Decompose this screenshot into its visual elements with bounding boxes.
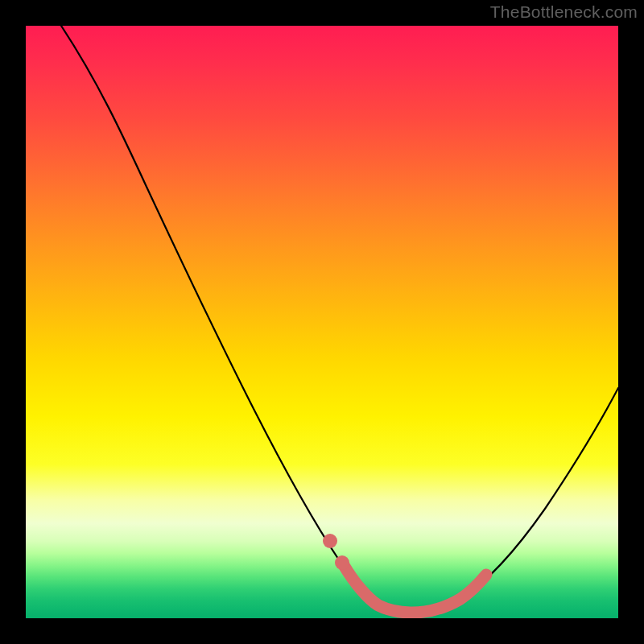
chart-frame: TheBottleneck.com [0, 0, 644, 644]
plot-area [26, 26, 618, 618]
attribution-text: TheBottleneck.com [490, 2, 638, 22]
highlight-dot-lower [335, 555, 349, 570]
optimum-highlight-stroke [344, 565, 486, 613]
curve-layer [26, 26, 618, 618]
highlight-dot-upper [323, 534, 337, 548]
bottleneck-curve [61, 26, 618, 613]
